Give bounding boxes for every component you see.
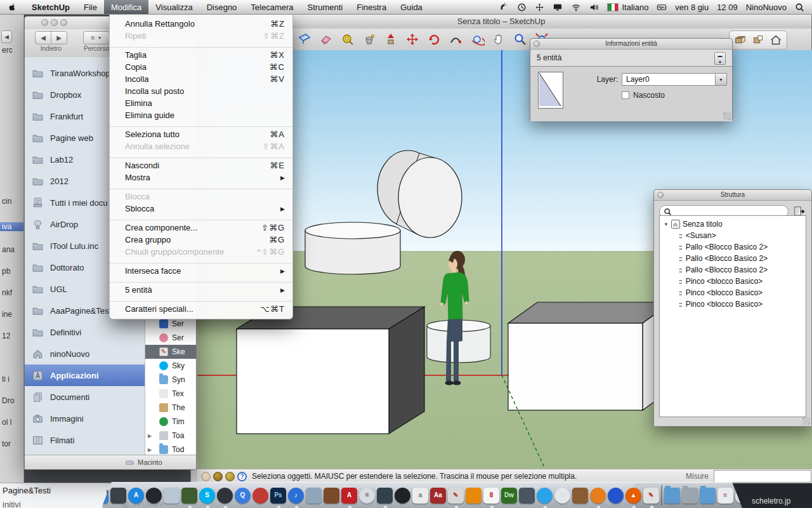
dock-icon[interactable] <box>700 488 716 504</box>
tree-item[interactable]: ▼ :: Pinco <blocco Basico> <box>660 287 806 298</box>
box-left[interactable] <box>237 307 424 434</box>
file-row[interactable]: ▶ Tod <box>145 443 196 455</box>
dock-icon[interactable] <box>661 485 662 505</box>
credit-icon[interactable] <box>225 472 235 481</box>
edit-menu-item[interactable]: ▶ <box>110 42 292 49</box>
layer-dropdown[interactable]: Layer0 ▼ <box>622 73 727 86</box>
toolbar-tool-button[interactable] <box>426 31 442 48</box>
edit-menu-item[interactable]: Elimina guide ▶ <box>110 109 292 121</box>
measure-input[interactable] <box>714 470 811 483</box>
edit-menu-item[interactable]: ▶ <box>110 215 292 222</box>
tree-item[interactable]: ▼ :: <Susan> <box>660 230 806 241</box>
minimize-button[interactable] <box>51 19 58 26</box>
tree-item[interactable]: ▼ :: Pinco <blocco Basico> <box>660 276 806 287</box>
toolbar-tool-button[interactable] <box>404 31 421 48</box>
sidebar-item[interactable]: Documenti <box>25 386 145 408</box>
input-language-menu[interactable]: Italiano <box>607 3 648 12</box>
file-row[interactable]: ▶ Sky <box>145 359 196 373</box>
dock-icon[interactable] <box>466 488 481 504</box>
file-row[interactable]: ▶ Tim <box>145 415 196 429</box>
toolbar-tool-button[interactable] <box>447 31 464 48</box>
edit-menu-item[interactable]: Nascondi ⌘E ▶ <box>110 159 292 171</box>
search-input[interactable] <box>674 207 788 216</box>
dock-icon[interactable] <box>324 488 339 504</box>
edit-menu-item[interactable]: ▶ <box>110 277 292 284</box>
menu-bar-item[interactable]: Telecamera <box>244 0 300 14</box>
edit-menu-item[interactable]: ▶ <box>110 184 292 190</box>
toolbar-tool-button[interactable] <box>383 31 399 48</box>
hidden-checkbox[interactable] <box>622 91 629 99</box>
toolbar-tool-button[interactable] <box>296 31 313 48</box>
menu-bar-date[interactable]: ven 8 giu <box>675 3 709 12</box>
file-row[interactable]: ▶ Syn <box>145 373 196 387</box>
resize-grip[interactable] <box>723 112 731 120</box>
menu-bar-item[interactable]: Guida <box>393 0 429 14</box>
edit-menu-item[interactable]: ▶ <box>110 296 292 303</box>
edit-menu-item[interactable]: Blocca ▶ <box>110 190 292 203</box>
dock-icon[interactable] <box>377 488 393 504</box>
sidebar-item[interactable]: Applicazioni <box>25 364 145 386</box>
toolbar-view-button[interactable] <box>768 32 784 48</box>
dock-icon[interactable] <box>590 488 606 504</box>
back-button[interactable]: ◀ <box>36 32 51 44</box>
edit-menu-item[interactable]: Annulla Rettangolo ⌘Z ▶ <box>110 18 292 30</box>
dock-icon[interactable] <box>146 488 162 504</box>
dock-icon[interactable] <box>181 488 197 504</box>
dock-icon[interactable] <box>537 488 553 504</box>
sidebar-item[interactable]: Immagini <box>25 408 145 429</box>
menu-bar-item[interactable]: Modifica <box>104 0 148 14</box>
phone-status-icon[interactable] <box>499 3 509 12</box>
box-right[interactable] <box>508 302 672 410</box>
menu-bar-item[interactable]: Disegno <box>200 0 244 14</box>
disclosure-icon[interactable]: ▶ <box>148 447 152 453</box>
edit-menu-item[interactable]: Interseca facce ▶ <box>110 265 292 277</box>
close-button[interactable] <box>41 19 48 26</box>
edit-menu-item[interactable]: Incolla sul posto ▶ <box>110 85 292 97</box>
dock-icon[interactable]: ≡ <box>717 488 733 504</box>
universal-access-icon[interactable] <box>535 3 544 12</box>
file-row[interactable]: ▶ Ske <box>145 345 196 359</box>
dock-icon[interactable] <box>682 488 698 504</box>
dock-icon[interactable] <box>572 488 588 504</box>
outliner-titlebar[interactable]: Struttura <box>654 190 811 201</box>
toolbar-tool-button[interactable] <box>318 31 334 48</box>
dock-icon[interactable] <box>395 488 410 504</box>
entity-info-titlebar[interactable]: Informazioni entità <box>530 39 732 50</box>
sidebar-item[interactable]: ninoNuovo <box>25 343 145 364</box>
toolbar-tool-button[interactable] <box>512 31 528 48</box>
finder-pathbar[interactable]: Macinto <box>25 455 196 469</box>
disclosure-triangle-icon[interactable]: ▼ <box>664 222 669 227</box>
dock-icon[interactable]: Q <box>235 488 251 504</box>
edit-menu-item[interactable]: Annulla selezione ⇧⌘A ▶ <box>110 140 292 152</box>
edit-menu-item[interactable]: Incolla ⌘V ▶ <box>110 73 292 85</box>
menu-bar-item[interactable]: Visualizza <box>148 0 199 14</box>
edit-menu-item[interactable]: Taglia ⌘X ▶ <box>110 49 292 61</box>
desktop-file-label[interactable]: scheletro.jp <box>752 497 790 505</box>
user-menu[interactable]: NinoNuovo <box>746 3 787 12</box>
menu-bar-item[interactable]: SketchUp <box>25 0 77 14</box>
time-machine-icon[interactable] <box>517 3 527 12</box>
tree-item[interactable]: ▼ :: Senza titolo <box>660 218 806 230</box>
resize-grip[interactable] <box>802 417 810 425</box>
close-icon[interactable] <box>657 192 664 198</box>
toolbar-tool-button[interactable] <box>490 31 507 48</box>
edit-menu-item[interactable]: Copia ⌘C ▶ <box>110 61 292 73</box>
edit-menu-item[interactable]: Crea gruppo ⌘G ▶ <box>110 234 292 246</box>
file-row[interactable]: ▶ The <box>145 401 196 415</box>
forward-button[interactable]: ▶ <box>51 32 67 44</box>
toolbar-tool-button[interactable] <box>339 31 356 48</box>
close-icon[interactable] <box>534 41 540 47</box>
edit-menu-item[interactable]: ▶ <box>110 258 292 265</box>
menu-bar-item[interactable]: File <box>77 0 104 14</box>
file-row[interactable]: ▶ Ser <box>145 331 196 345</box>
dock-icon[interactable]: ▲ <box>625 488 641 504</box>
help-icon[interactable]: ? <box>237 472 247 481</box>
dock-icon[interactable]: Aa <box>430 488 446 504</box>
toolbar-tool-button[interactable] <box>361 31 377 48</box>
tree-item[interactable]: ▼ :: Pallo <Blocco Basico 2> <box>660 253 806 264</box>
displays-icon[interactable] <box>553 3 563 12</box>
dock-icon[interactable] <box>164 488 180 504</box>
edit-menu-item[interactable]: Mostra ▶ <box>110 171 292 184</box>
dock-icon[interactable]: A <box>128 488 144 504</box>
tree-item[interactable]: ▼ :: Pinco <blocco Basico> <box>660 298 806 310</box>
